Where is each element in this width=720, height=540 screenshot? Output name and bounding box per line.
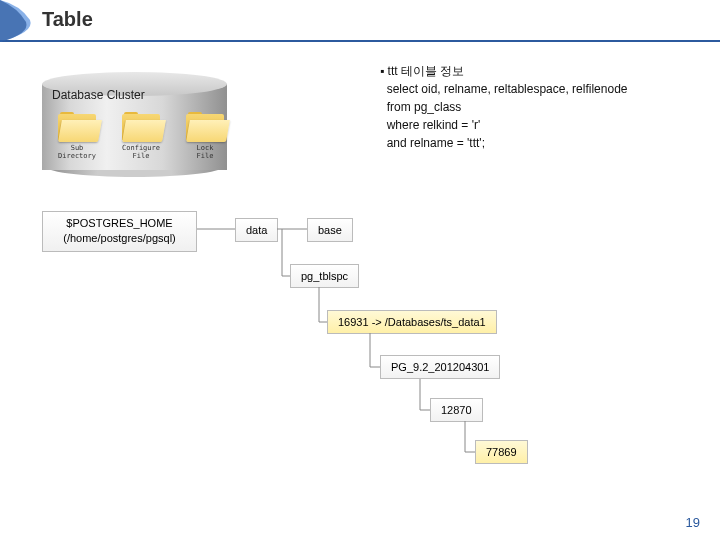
header-decoration-swoosh — [0, 0, 38, 42]
node-base: base — [307, 218, 353, 242]
folder-icon — [58, 112, 96, 142]
sql-line: where relkind = 'r' — [387, 118, 481, 132]
root-line1: $POSTGRES_HOME — [66, 217, 172, 229]
node-symlink-16931: 16931 -> /Databases/ts_data1 — [327, 310, 497, 334]
folder-icon — [186, 112, 224, 142]
folder-label: Sub Directory — [58, 144, 96, 161]
node-pg-version-dir: PG_9.2_201204301 — [380, 355, 500, 379]
node-data: data — [235, 218, 278, 242]
path-root-node: $POSTGRES_HOME (/home/postgres/pgsql) — [42, 211, 197, 252]
slide-header: Table — [0, 0, 720, 42]
folder-configure-file: Configure File — [116, 112, 166, 161]
folder-lock-file: Lock File — [180, 112, 230, 161]
folder-label: Configure File — [122, 144, 160, 161]
node-pg-tblspc: pg_tblspc — [290, 264, 359, 288]
slide-title: Table — [42, 8, 93, 31]
node-relfilenode: 77869 — [475, 440, 528, 464]
bullet-icon: ▪ — [380, 62, 384, 80]
page-number: 19 — [686, 515, 700, 530]
node-db-oid: 12870 — [430, 398, 483, 422]
cluster-label: Database Cluster — [52, 88, 145, 102]
info-title: ttt 테이블 정보 — [388, 64, 465, 78]
sql-line: and relname = 'ttt'; — [387, 136, 485, 150]
sql-line: select oid, relname, reltablespace, relf… — [387, 82, 628, 96]
folder-icon — [122, 112, 160, 142]
table-info-block: ▪ ttt 테이블 정보 select oid, relname, reltab… — [380, 62, 627, 152]
database-cluster-diagram: Database Cluster Sub Directory Configure… — [42, 72, 232, 177]
cylinder-shape: Database Cluster Sub Directory Configure… — [42, 72, 227, 177]
sql-line: from pg_class — [387, 100, 462, 114]
root-line2: (/home/postgres/pgsql) — [63, 232, 176, 244]
folder-row: Sub Directory Configure File Lock File — [52, 112, 230, 161]
folder-sub-directory: Sub Directory — [52, 112, 102, 161]
folder-label: Lock File — [197, 144, 214, 161]
